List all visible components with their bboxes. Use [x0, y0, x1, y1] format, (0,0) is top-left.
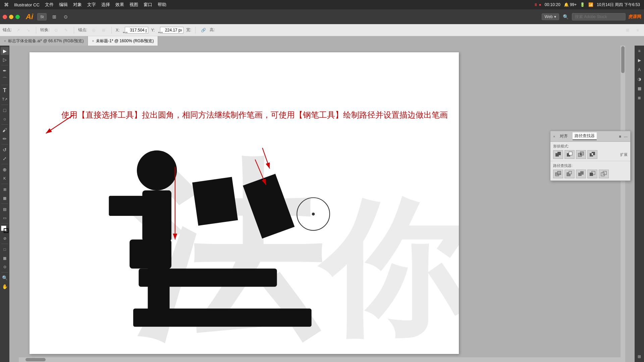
- rotate-tool[interactable]: ↺: [1, 146, 9, 154]
- pencil-tool[interactable]: ✏: [1, 135, 9, 143]
- paintbucket-tool[interactable]: K: [1, 174, 9, 182]
- ellipse-tool[interactable]: ○: [1, 115, 9, 123]
- svg-rect-12: [192, 177, 238, 226]
- menu-text[interactable]: 文字: [87, 2, 96, 8]
- menu-view[interactable]: 视图: [129, 2, 138, 8]
- v-scroll-thumb[interactable]: [621, 46, 625, 73]
- pathfinder-minimize-icon[interactable]: —: [624, 134, 628, 138]
- handletool-icon[interactable]: ✎: [62, 26, 70, 34]
- canvas-area[interactable]: 法 你 使用【直接选择工具】拉出圆角，相同方法继续制作笔画，可使用【钢笔工具】绘…: [9, 46, 635, 362]
- corner-icon[interactable]: ⊞: [100, 26, 107, 34]
- web-dropdown-button[interactable]: Web ▾: [542, 13, 559, 20]
- pathfinder-titlebar: × 对齐 路径查找器 ≡ —: [550, 131, 630, 142]
- paintbrush-tool[interactable]: 🖌: [1, 126, 9, 134]
- y-value-input[interactable]: [160, 27, 183, 34]
- tab-0[interactable]: × 标志字体全能备.ai* @ 66.67% (RGB/预览): [0, 36, 88, 46]
- graph-tool[interactable]: ▤: [1, 205, 9, 213]
- vertical-scrollbar[interactable]: [621, 46, 625, 357]
- expand-label[interactable]: 扩展: [620, 152, 628, 157]
- convert-icon[interactable]: ⊙: [52, 26, 60, 34]
- select-tool[interactable]: ▶: [1, 47, 9, 55]
- align-tab[interactable]: 对齐: [558, 133, 570, 140]
- trim-button[interactable]: [565, 170, 575, 178]
- system-time: 00:10:20: [545, 2, 560, 7]
- draw-mode-back[interactable]: ▦: [1, 254, 9, 262]
- chevron-down-icon: ▾: [554, 14, 556, 19]
- menu-edit[interactable]: 编辑: [59, 2, 68, 8]
- right-panel-icon-6[interactable]: ≣: [635, 94, 643, 102]
- exclude-button[interactable]: [587, 150, 597, 159]
- hand-tool[interactable]: ✋: [1, 283, 9, 291]
- pathfinder-tab[interactable]: 路径查找器: [573, 132, 597, 140]
- svg-point-5: [137, 150, 177, 190]
- direct-select-tool[interactable]: ▷: [1, 56, 9, 64]
- h-scroll-thumb[interactable]: [25, 358, 46, 361]
- anchor2-icon[interactable]: ↘: [24, 26, 32, 34]
- zoom-tool[interactable]: 🔍: [1, 274, 9, 282]
- anchor3-icon[interactable]: ◎: [90, 26, 97, 34]
- right-panel-bottom-icon[interactable]: ⊞: [635, 353, 643, 361]
- menu-object[interactable]: 对象: [73, 2, 82, 8]
- right-panel-icon-2[interactable]: ▶: [635, 56, 643, 64]
- right-panel-icon-5[interactable]: ▦: [635, 84, 643, 93]
- pathfinder-menu-icon[interactable]: ≡: [619, 134, 621, 138]
- menu-window[interactable]: 窗口: [144, 2, 152, 8]
- app-name: Illustrator CC: [14, 2, 40, 7]
- tab-1[interactable]: × 未标题-1* @ 1600% (RGB/预览): [88, 36, 158, 46]
- date-display: 10月14日 周四 下午6:53: [597, 2, 640, 8]
- pathfinder-close-icon[interactable]: ×: [553, 134, 555, 138]
- scale-tool[interactable]: ⤢: [1, 155, 9, 163]
- maximize-window-button[interactable]: [15, 15, 20, 19]
- horizontal-scrollbar[interactable]: [19, 357, 625, 362]
- anchor-icon[interactable]: ↗: [14, 26, 22, 34]
- tab-1-close-icon[interactable]: ×: [92, 39, 94, 43]
- artboard-tool[interactable]: ▭: [1, 214, 9, 222]
- touch-type-tool[interactable]: T↗: [1, 95, 9, 103]
- gradient-tool[interactable]: ▦: [1, 194, 9, 202]
- artboard: 法 你 使用【直接选择工具】拉出圆角，相同方法继续制作笔画，可使用【钢笔工具】绘…: [30, 52, 459, 354]
- color-boxes[interactable]: [1, 226, 8, 233]
- align-icon[interactable]: ⊞: [624, 26, 631, 34]
- curvature-tool[interactable]: ⌒: [1, 75, 9, 83]
- text-tool[interactable]: T: [1, 86, 9, 95]
- close-window-button[interactable]: [3, 15, 7, 19]
- menu-select[interactable]: 选择: [101, 2, 110, 8]
- svg-rect-20: [557, 152, 561, 155]
- minus-front-button[interactable]: [565, 150, 575, 159]
- menu-effects[interactable]: 效果: [115, 2, 124, 8]
- merge-button[interactable]: [576, 170, 586, 178]
- none-icon[interactable]: ⊘: [1, 234, 9, 242]
- app-logo: Ai: [26, 12, 33, 21]
- crop-button[interactable]: [587, 170, 597, 178]
- right-panel-icon-3[interactable]: A: [635, 66, 643, 74]
- menu-help[interactable]: 帮助: [158, 2, 166, 8]
- draw-mode-inside[interactable]: ⊙: [1, 263, 9, 271]
- tab-0-close-icon[interactable]: ×: [4, 39, 6, 43]
- right-panel-icon-4[interactable]: ◑: [635, 75, 643, 83]
- svg-rect-33: [569, 171, 572, 174]
- menu-file[interactable]: 文件: [45, 2, 54, 8]
- stroke-color-box[interactable]: [4, 228, 8, 233]
- adobe-stock-search-input[interactable]: [572, 13, 626, 20]
- minimize-window-button[interactable]: [9, 15, 13, 19]
- intersect-button[interactable]: [576, 150, 586, 159]
- unite-button[interactable]: [553, 150, 563, 159]
- divide-button[interactable]: [553, 170, 563, 178]
- layout-toggle-icon[interactable]: ⊞: [51, 13, 58, 20]
- shape-builder-tool[interactable]: ⊕: [1, 166, 9, 174]
- outline-button[interactable]: [599, 170, 609, 178]
- pen-tool[interactable]: ✒: [1, 67, 9, 75]
- x-value-input[interactable]: [125, 27, 148, 34]
- rectangle-tool[interactable]: □: [1, 106, 9, 114]
- arrange-icon[interactable]: ⊙: [62, 13, 69, 20]
- notification-icon[interactable]: 🔔 99+: [564, 2, 577, 7]
- draw-mode-normal[interactable]: □: [1, 245, 9, 253]
- svg-rect-38: [601, 173, 604, 176]
- more-options-icon[interactable]: ≡: [634, 26, 641, 34]
- mesh-tool[interactable]: ⊞: [1, 185, 9, 193]
- constraints-icon[interactable]: 🔗: [200, 26, 207, 34]
- st-button[interactable]: St: [37, 13, 47, 20]
- apple-menu[interactable]: ⌘: [4, 2, 9, 7]
- search-icon[interactable]: 🔍: [562, 13, 569, 20]
- right-panel-icon-1[interactable]: ≡: [635, 47, 643, 55]
